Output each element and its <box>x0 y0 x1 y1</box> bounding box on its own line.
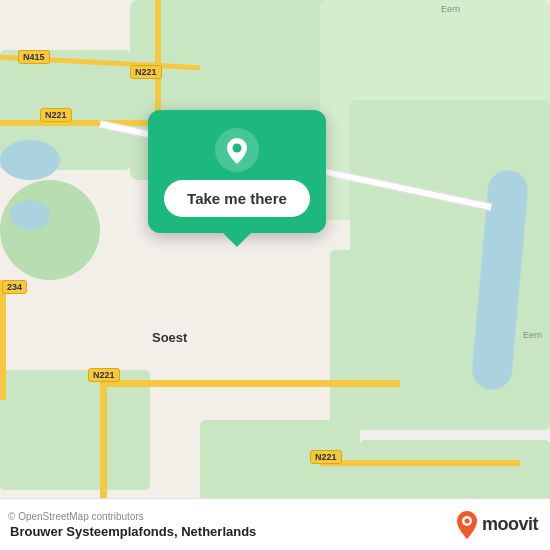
eern-label-top: Eern <box>441 4 460 14</box>
copyright-text: © OpenStreetMap contributors <box>8 511 256 522</box>
moovit-brand-text: moovit <box>482 514 538 535</box>
map-container: N221 N221 N415 234 N221 N221 Eern Eern S… <box>0 0 550 550</box>
road-label-n221-rbottom: N221 <box>310 450 342 464</box>
moovit-logo: moovit <box>456 511 538 539</box>
road-label-n234: 234 <box>2 280 27 294</box>
svg-point-2 <box>233 144 242 153</box>
take-me-there-button[interactable]: Take me there <box>164 180 310 217</box>
road-label-n415: N415 <box>18 50 50 64</box>
road-label-n221-bottom: N221 <box>88 368 120 382</box>
road-n221-right-bottom <box>320 460 520 466</box>
location-popup: Take me there <box>148 110 326 233</box>
road-horizontal-bottom <box>100 380 400 387</box>
svg-point-4 <box>464 518 469 523</box>
map-field <box>0 370 150 490</box>
road-label-n221-left: N221 <box>130 65 162 79</box>
bottom-bar: © OpenStreetMap contributors Brouwer Sys… <box>0 498 550 550</box>
map-water <box>0 140 60 180</box>
moovit-pin-icon <box>456 511 478 539</box>
map-field <box>0 180 100 280</box>
bottom-left-info: © OpenStreetMap contributors Brouwer Sys… <box>8 511 256 539</box>
location-name: Brouwer Systeemplafonds, Netherlands <box>10 524 256 539</box>
map-pin-icon <box>215 128 259 172</box>
road-label-n221-top: N221 <box>40 108 72 122</box>
road-n234 <box>0 280 6 400</box>
eern-label-right: Eern <box>523 330 542 340</box>
map-water <box>10 200 50 230</box>
city-label-soest: Soest <box>152 330 187 345</box>
